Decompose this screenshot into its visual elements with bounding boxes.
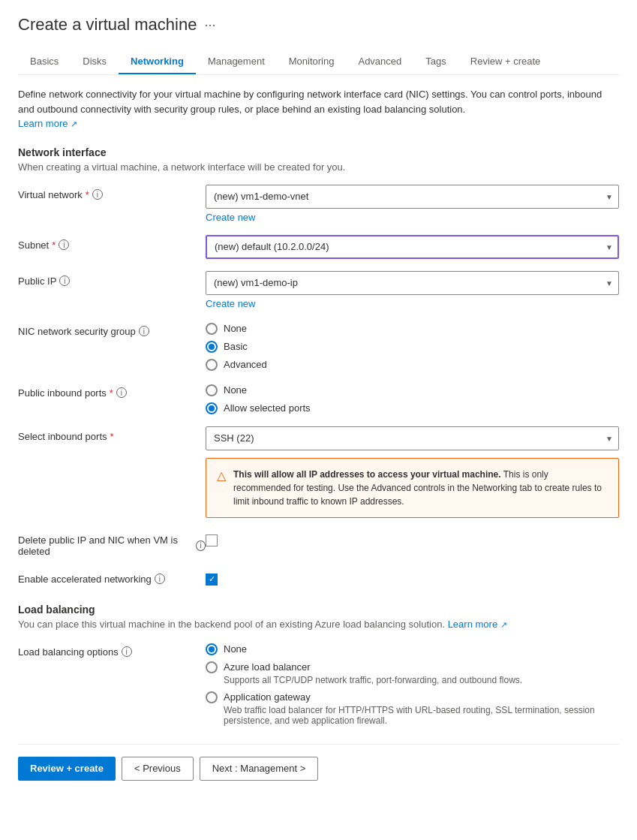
nic-nsg-none-option[interactable]: None — [206, 323, 619, 335]
tab-advanced[interactable]: Advanced — [346, 50, 413, 74]
page-options-button[interactable]: ··· — [204, 17, 215, 33]
learn-more-link[interactable]: Learn more — [18, 118, 68, 129]
load-balancing-options-label: Load balancing options i — [18, 642, 206, 658]
required-indicator: * — [52, 239, 56, 251]
nic-nsg-none-radio[interactable] — [206, 323, 218, 335]
tab-tags[interactable]: Tags — [413, 50, 458, 74]
nic-nsg-advanced-option[interactable]: Advanced — [206, 359, 619, 371]
lb-app-gateway-radio[interactable] — [206, 691, 218, 703]
review-create-button[interactable]: Review + create — [18, 757, 116, 781]
virtual-network-info-icon[interactable]: i — [92, 189, 103, 200]
lb-app-gateway-desc: Web traffic load balancer for HTTP/HTTPS… — [224, 705, 619, 726]
delete-public-ip-checkbox[interactable] — [206, 534, 218, 546]
nic-nsg-basic-radio[interactable] — [206, 341, 218, 353]
public-inbound-allow-label: Allow selected ports — [224, 402, 311, 414]
page-title-text: Create a virtual machine — [18, 15, 197, 35]
public-ip-label: Public IP i — [18, 271, 206, 287]
tab-management[interactable]: Management — [196, 50, 277, 74]
lb-azure-lb-desc: Supports all TCP/UDP network traffic, po… — [224, 675, 619, 685]
load-balancing-options-info-icon[interactable]: i — [122, 646, 132, 657]
public-ip-dropdown[interactable]: (new) vm1-demo-ip — [206, 271, 619, 295]
virtual-network-label: Virtual network * i — [18, 185, 206, 200]
previous-button[interactable]: < Previous — [122, 757, 194, 781]
lb-azure-lb-label: Azure load balancer — [224, 661, 311, 673]
nic-nsg-info-icon[interactable]: i — [139, 326, 149, 336]
nic-nsg-advanced-radio[interactable] — [206, 359, 218, 371]
select-inbound-control: SSH (22) ▼ △ This will allow all IP addr… — [206, 426, 619, 518]
create-new-ip-link[interactable]: Create new — [206, 298, 619, 309]
delete-public-ip-control — [206, 530, 619, 546]
tab-disks[interactable]: Disks — [71, 50, 119, 74]
public-inbound-none-label: None — [224, 384, 247, 396]
nic-nsg-control: None Basic Advanced — [206, 321, 619, 371]
public-ip-info-icon[interactable]: i — [59, 275, 70, 286]
virtual-network-control: (new) vm1-demo-vnet ▼ Create new — [206, 185, 619, 223]
load-balancing-options-control: None Azure load balancer Supports all TC… — [206, 642, 619, 726]
subnet-control: (new) default (10.2.0.0/24) ▼ — [206, 235, 619, 259]
tab-basics[interactable]: Basics — [18, 50, 71, 74]
warning-text: This will allow all IP addresses to acce… — [233, 468, 608, 508]
load-balancing-section-desc: You can place this virtual machine in th… — [18, 619, 619, 630]
public-inbound-allow-radio[interactable] — [206, 402, 218, 414]
accelerated-networking-checkbox[interactable] — [206, 574, 218, 586]
public-inbound-none-radio[interactable] — [206, 384, 218, 396]
select-inbound-row: Select inbound ports * SSH (22) ▼ △ This… — [18, 426, 619, 518]
public-inbound-none-option[interactable]: None — [206, 384, 619, 396]
bottom-bar: Review + create < Previous Next : Manage… — [18, 744, 619, 793]
required-indicator: * — [110, 387, 113, 399]
external-link-icon: ↗ — [71, 119, 77, 128]
nic-nsg-basic-option[interactable]: Basic — [206, 341, 619, 353]
lb-app-gateway-label: Application gateway — [224, 691, 311, 703]
accelerated-networking-control — [206, 569, 619, 586]
required-indicator: * — [110, 431, 114, 442]
network-interface-section-desc: When creating a virtual machine, a netwo… — [18, 161, 619, 173]
select-inbound-label: Select inbound ports * — [18, 426, 206, 442]
virtual-network-row: Virtual network * i (new) vm1-demo-vnet … — [18, 185, 619, 223]
subnet-info-icon[interactable]: i — [59, 239, 69, 250]
required-indicator: * — [86, 189, 89, 200]
public-inbound-row: Public inbound ports * i None Allow sele… — [18, 383, 619, 414]
tab-review-create[interactable]: Review + create — [458, 50, 553, 74]
select-inbound-dropdown-wrapper: SSH (22) ▼ — [206, 426, 619, 450]
virtual-network-dropdown-wrapper: (new) vm1-demo-vnet ▼ — [206, 185, 619, 209]
delete-public-ip-info-icon[interactable]: i — [196, 540, 206, 551]
warning-icon: △ — [217, 468, 226, 508]
subnet-dropdown[interactable]: (new) default (10.2.0.0/24) — [206, 235, 619, 259]
public-inbound-radio-group: None Allow selected ports — [206, 383, 619, 414]
subnet-label: Subnet * i — [18, 235, 206, 251]
page: Create a virtual machine ··· Basics Disk… — [0, 0, 637, 840]
lb-none-radio[interactable] — [206, 643, 218, 655]
public-ip-dropdown-wrapper: (new) vm1-demo-ip ▼ — [206, 271, 619, 295]
public-inbound-control: None Allow selected ports — [206, 383, 619, 414]
nic-nsg-radio-group: None Basic Advanced — [206, 321, 619, 371]
tab-monitoring[interactable]: Monitoring — [277, 50, 347, 74]
subnet-dropdown-wrapper: (new) default (10.2.0.0/24) ▼ — [206, 235, 619, 259]
lb-azure-lb-radio[interactable] — [206, 661, 218, 673]
description-text: Define network connectivity for your vir… — [18, 89, 602, 115]
accelerated-networking-info-icon[interactable]: i — [155, 574, 165, 584]
accelerated-networking-label: Enable accelerated networking i — [18, 569, 206, 585]
delete-public-ip-label: Delete public IP and NIC when VM is dele… — [18, 530, 206, 557]
nic-nsg-row: NIC network security group i None Basic … — [18, 321, 619, 371]
select-inbound-dropdown[interactable]: SSH (22) — [206, 426, 619, 450]
warning-box: △ This will allow all IP addresses to ac… — [206, 458, 619, 518]
tab-networking[interactable]: Networking — [119, 50, 196, 74]
tab-bar: Basics Disks Networking Management Monit… — [18, 50, 619, 75]
public-ip-row: Public IP i (new) vm1-demo-ip ▼ Create n… — [18, 271, 619, 309]
load-balancing-section-title: Load balancing — [18, 604, 619, 616]
public-inbound-info-icon[interactable]: i — [116, 387, 127, 398]
nic-nsg-advanced-label: Advanced — [224, 359, 267, 370]
public-ip-control: (new) vm1-demo-ip ▼ Create new — [206, 271, 619, 309]
load-balancing-learn-more-link[interactable]: Learn more — [448, 619, 497, 630]
nic-nsg-none-label: None — [224, 323, 247, 334]
lb-azure-lb-option: Azure load balancer Supports all TCP/UDP… — [206, 661, 619, 685]
create-new-vnet-link[interactable]: Create new — [206, 212, 619, 223]
lb-none-option[interactable]: None — [206, 643, 619, 655]
nic-nsg-basic-label: Basic — [224, 341, 248, 352]
next-button[interactable]: Next : Management > — [200, 757, 319, 781]
lb-app-gateway-option: Application gateway Web traffic load bal… — [206, 691, 619, 726]
public-inbound-allow-option[interactable]: Allow selected ports — [206, 402, 619, 414]
page-description: Define network connectivity for your vir… — [18, 87, 619, 131]
virtual-network-dropdown[interactable]: (new) vm1-demo-vnet — [206, 185, 619, 209]
subnet-row: Subnet * i (new) default (10.2.0.0/24) ▼ — [18, 235, 619, 259]
